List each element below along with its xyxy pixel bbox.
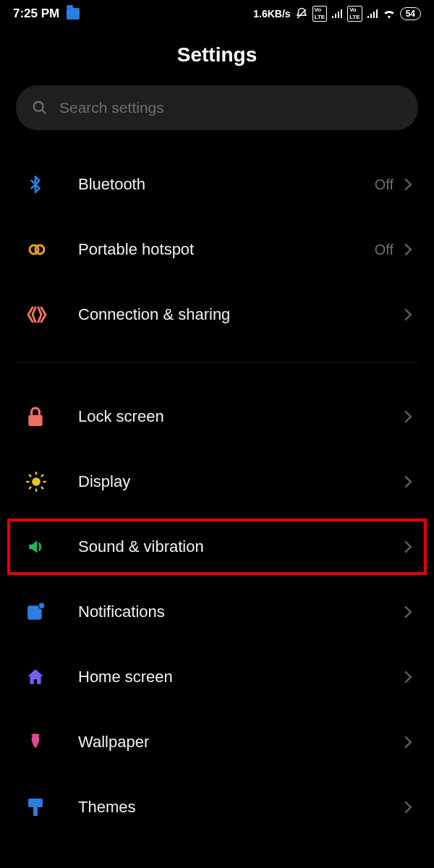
- row-value: Off: [375, 176, 393, 193]
- chevron-right-icon: [404, 410, 412, 423]
- chevron-right-icon: [404, 475, 412, 488]
- svg-point-6: [32, 477, 41, 486]
- chevron-right-icon: [404, 243, 412, 256]
- sound-icon: [26, 537, 56, 556]
- volte-icon-2: VoLTE: [347, 6, 362, 22]
- notifications-icon: [26, 603, 56, 621]
- settings-group-2: Lock screen Display Sound & vibration No…: [0, 384, 434, 840]
- svg-point-4: [35, 245, 44, 254]
- svg-line-13: [30, 488, 31, 489]
- wifi-icon: [383, 9, 396, 19]
- row-label: Sound & vibration: [78, 537, 404, 556]
- search-box[interactable]: [16, 85, 418, 130]
- net-speed: 1.6KB/s: [253, 8, 290, 20]
- mute-icon: [295, 7, 308, 20]
- svg-rect-18: [28, 799, 43, 807]
- wallpaper-icon: [26, 732, 56, 752]
- status-bar: 7:25 PM 1.6KB/s VoLTE VoLTE 54: [0, 0, 434, 26]
- svg-line-14: [42, 475, 43, 477]
- chevron-right-icon: [404, 605, 412, 618]
- battery-level: 54: [400, 7, 421, 20]
- chevron-right-icon: [404, 736, 412, 749]
- svg-line-10: [42, 488, 43, 489]
- row-wallpaper[interactable]: Wallpaper: [0, 710, 434, 775]
- row-bluetooth[interactable]: Bluetooth Off: [0, 152, 434, 217]
- hotspot-icon: [26, 241, 56, 258]
- signal-icon-1: [331, 9, 343, 19]
- search-input[interactable]: [59, 99, 402, 116]
- search-icon: [32, 100, 48, 116]
- row-notifications[interactable]: Notifications: [0, 579, 434, 644]
- row-lock-screen[interactable]: Lock screen: [0, 384, 434, 449]
- connection-icon: [26, 305, 56, 324]
- row-connection[interactable]: Connection & sharing: [0, 282, 434, 347]
- signal-icon-2: [367, 9, 378, 19]
- row-sound-vibration[interactable]: Sound & vibration: [0, 514, 434, 579]
- chevron-right-icon: [404, 671, 412, 684]
- row-label: Themes: [78, 798, 404, 817]
- row-display[interactable]: Display: [0, 449, 434, 514]
- row-label: Notifications: [78, 603, 404, 621]
- svg-point-17: [32, 733, 40, 736]
- row-label: Display: [78, 472, 404, 491]
- svg-rect-5: [28, 415, 42, 426]
- row-home-screen[interactable]: Home screen: [0, 644, 434, 710]
- status-time: 7:25 PM: [13, 7, 59, 21]
- svg-point-16: [38, 603, 45, 609]
- chevron-right-icon: [404, 540, 412, 553]
- sun-icon: [26, 472, 56, 492]
- svg-line-9: [30, 475, 31, 477]
- chevron-right-icon: [404, 308, 412, 321]
- settings-group-1: Bluetooth Off Portable hotspot Off Conne…: [0, 152, 434, 347]
- svg-rect-19: [33, 807, 38, 816]
- bluetooth-icon: [26, 174, 56, 195]
- volte-icon-1: VoLTE: [312, 6, 328, 22]
- page-title: Settings: [0, 43, 434, 67]
- row-label: Home screen: [78, 668, 404, 686]
- row-label: Portable hotspot: [78, 240, 375, 259]
- themes-icon: [26, 797, 56, 817]
- row-hotspot[interactable]: Portable hotspot Off: [0, 217, 434, 282]
- section-divider: [16, 362, 418, 362]
- chevron-right-icon: [404, 801, 412, 814]
- svg-point-1: [34, 102, 43, 111]
- row-themes[interactable]: Themes: [0, 775, 434, 840]
- row-label: Connection & sharing: [78, 305, 404, 324]
- row-value: Off: [375, 242, 393, 258]
- svg-line-2: [42, 110, 46, 114]
- home-icon: [26, 668, 56, 686]
- folder-icon: [67, 8, 80, 20]
- row-label: Wallpaper: [78, 733, 404, 752]
- row-label: Lock screen: [78, 407, 404, 426]
- chevron-right-icon: [404, 178, 412, 191]
- row-label: Bluetooth: [78, 175, 375, 194]
- lock-icon: [26, 407, 56, 427]
